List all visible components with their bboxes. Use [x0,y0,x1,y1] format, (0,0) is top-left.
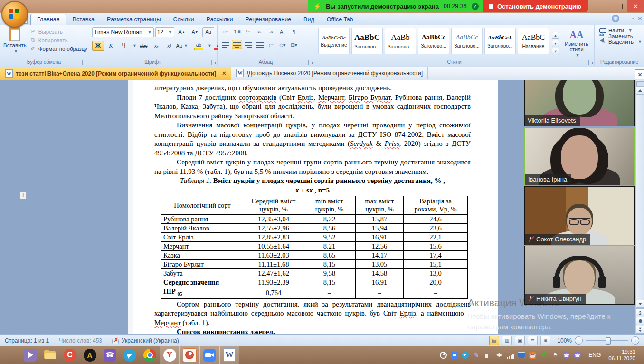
change-styles-button[interactable]: АA Изменить стили ▼ [562,28,591,59]
zoom-icon[interactable] [199,346,219,364]
print-layout-view-icon[interactable]: ▤ [489,336,499,345]
copy-button[interactable]: ⧉ Копировать [30,37,87,43]
font-size-select[interactable]: 12▼ [155,27,174,37]
ribbon-minimize-icon[interactable]: — [623,16,628,21]
line-spacing-icon[interactable]: ↕≡ [266,40,276,49]
style-item-7[interactable]: AaBbCНазвание [518,28,549,54]
align-center-button[interactable] [232,40,242,49]
vertical-scrollbar[interactable] [635,80,644,334]
taskbar-clock[interactable]: 19:31 06.11.2020 [608,348,641,362]
clipboard-dialog-launcher[interactable] [82,60,87,65]
display-tray-icon[interactable] [518,352,525,358]
zoom-slider-thumb[interactable] [606,337,611,345]
scroll-down-icon[interactable] [636,300,644,308]
superscript-button[interactable]: x² [163,41,175,51]
flag-tray-icon[interactable]: ⚑ [551,351,559,359]
ribbon-tab-главная[interactable]: Главная [30,14,66,25]
file-explorer-icon[interactable] [40,346,60,364]
format-painter-button[interactable]: ✐ Формат по образцу [30,46,87,52]
pilcrow-icon[interactable]: ¶ [289,27,299,37]
numbering-icon[interactable]: ⒈≡ [232,27,242,37]
draft-view-icon[interactable]: ≡ [540,336,550,345]
highlight-button[interactable]: ab [193,40,205,51]
styles-scroll-up-icon[interactable]: ▲ [552,32,559,39]
help-icon[interactable]: ? [612,15,619,22]
style-item-5[interactable]: AaBbCcЗаголово... [451,28,483,54]
keyboard-language[interactable]: ENG [585,352,605,358]
telegram-icon[interactable] [120,346,140,364]
align-left-button[interactable] [220,40,231,49]
strikethrough-button[interactable]: abc [138,41,150,51]
font-dialog-launcher[interactable] [211,60,216,65]
sort-icon[interactable]: А↓ [277,27,288,37]
underline-button[interactable]: Ч [118,41,130,51]
select-button[interactable]: Выделить▼ [599,39,642,45]
word-icon[interactable]: W [219,346,239,364]
word-count[interactable]: Число слов: 453 [54,336,107,345]
styles-dialog-launcher[interactable] [588,60,593,65]
close-tab-icon[interactable]: ✕ [222,70,226,77]
style-item-4[interactable]: AaBbCcЗаголово... [418,28,449,54]
document-tab-1[interactable]: Wтези статті Віка+Олена 2020 [Режим огра… [0,67,231,80]
shrink-font-button[interactable]: A▼ [189,27,201,37]
chrome-icon[interactable] [140,346,160,364]
ribbon-tab-разметка-страницы[interactable]: Разметка страницы [101,14,167,25]
kmplayer-icon[interactable] [20,346,40,364]
yandex-icon[interactable]: Y [160,346,180,364]
styles-more-icon[interactable]: ⊽ [552,48,559,55]
ruler-toggle-icon[interactable] [636,81,644,86]
ribbon-tab-вид[interactable]: Вид [297,14,321,25]
ribbon-tab-office-tab[interactable]: Office Tab [321,14,360,25]
underline-caret-icon[interactable]: ▼ [133,43,137,48]
download-tray-icon[interactable] [540,351,548,359]
subscript-button[interactable]: x₂ [151,41,162,51]
styles-scroll-down-icon[interactable]: ▼ [552,40,559,47]
document-tab-2[interactable]: W!Доповідь Носенко 2020 [Режим ограничен… [231,67,428,79]
change-case-button[interactable]: Aa▼ [176,41,188,51]
minimize-button[interactable]: – [598,0,613,12]
battery-icon[interactable] [484,353,491,357]
font-family-select[interactable]: Times New Roman▼ [92,27,154,37]
style-item-6[interactable]: AaBbCcLЗаголово... [484,28,516,54]
ribbon-tab-ссылки[interactable]: Ссылки [167,14,200,25]
replace-button[interactable]: abЗаменить [599,33,642,39]
style-item-3[interactable]: AaBbЗаголово... [385,28,416,54]
bullets-icon[interactable]: ∷≡ [220,27,231,37]
paragraph-dialog-launcher[interactable] [308,60,313,65]
network-icon[interactable] [506,351,514,359]
find-button[interactable]: Найти▼ [599,28,642,33]
java-tray-icon[interactable]: ☕ [529,352,536,359]
previous-page-icon[interactable] [636,308,644,316]
powerpoint-icon[interactable] [180,346,199,364]
viber-tray-icon[interactable]: ☎ [563,352,570,359]
paste-button[interactable]: Вставить ▼ [3,27,27,59]
style-item-1[interactable]: AaBbCcDcВыделение [318,28,350,54]
ribbon-close-icon[interactable]: ✕ [638,16,642,22]
start-button[interactable] [0,346,20,364]
zoom-out-icon[interactable]: − [575,336,583,345]
close-button[interactable]: ✕ [627,0,644,12]
video-panel-close-icon[interactable]: ✕ [635,69,644,79]
obs-tray-icon[interactable] [440,352,447,359]
participant-video-2[interactable]: Іванова Ірина [524,127,635,186]
justify-button[interactable] [255,40,265,49]
next-page-icon[interactable] [636,326,644,334]
document-page[interactable]: літературних джерелах, що і обумовлює ак… [133,80,498,334]
cut-button[interactable]: ✂ Вырезать [30,29,87,35]
table-move-handle[interactable]: ✛ [19,192,27,199]
fullscreen-view-icon[interactable]: ▥ [502,336,512,345]
stop-share-button[interactable]: Остановить демонстрацию [483,0,588,12]
zoom-tray-icon[interactable] [451,352,458,359]
zoom-slider[interactable] [586,340,628,341]
bold-button[interactable]: Ж [92,41,104,51]
page-indicator[interactable]: Страница: 1 из 1 [0,336,54,345]
style-item-2[interactable]: AaBbCЗаголово... [351,28,383,54]
participant-video-3[interactable]: Сокот Олександр [524,186,635,245]
zoom-level[interactable]: 100% [557,337,572,344]
ccleaner-icon[interactable]: C [60,346,80,364]
multilevel-list-icon[interactable]: ⁝≡ [243,27,254,37]
web-layout-view-icon[interactable]: ▣ [515,336,525,345]
increase-indent-icon[interactable]: ⇥ [266,27,276,37]
office-button[interactable] [1,1,28,28]
scroll-up-icon[interactable] [636,86,644,95]
